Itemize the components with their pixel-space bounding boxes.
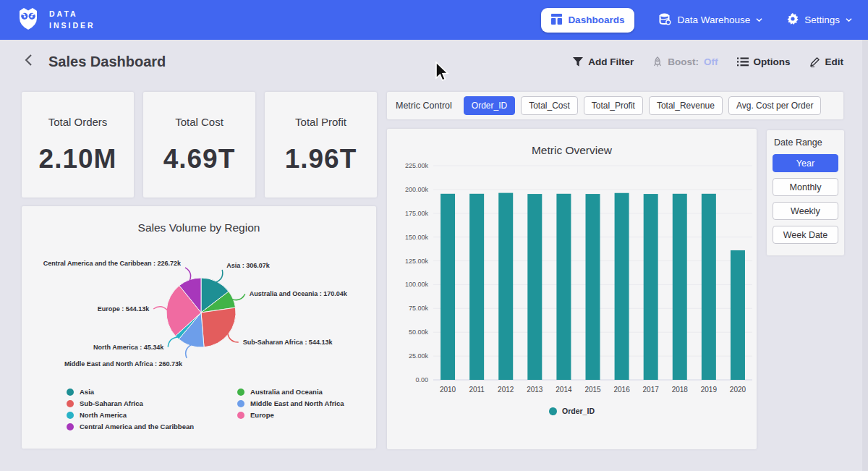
boost-toggle[interactable]: Boost: Off bbox=[652, 56, 718, 67]
y-tick-label: 225.00k bbox=[405, 162, 429, 169]
add-filter-button[interactable]: Add Filter bbox=[573, 56, 634, 67]
bar-2018[interactable] bbox=[673, 194, 687, 380]
pie-legend-item-north-america[interactable]: North America bbox=[67, 411, 194, 419]
back-button[interactable] bbox=[25, 54, 33, 69]
metric-chip-total-profit[interactable]: Total_Profit bbox=[584, 96, 643, 115]
y-tick-label: 100.00k bbox=[405, 281, 429, 288]
chevron-down-icon bbox=[756, 17, 762, 23]
date-range-weekly[interactable]: Weekly bbox=[773, 202, 838, 220]
legend-label-sub-saharan-africa: Sub-Saharan Africa bbox=[80, 399, 143, 407]
sales-volume-card: Sales Volume by Region Asia : 306.07kAus… bbox=[22, 206, 376, 449]
bar-2020[interactable] bbox=[731, 250, 745, 380]
pie-label-line bbox=[186, 345, 191, 358]
pie-label-sub-saharan-africa: Sub-Saharan Africa : 544.13k bbox=[243, 339, 333, 346]
legend-dot-europe bbox=[237, 412, 244, 419]
kpi-value: 4.69T bbox=[163, 144, 236, 174]
edit-button[interactable]: Edit bbox=[809, 56, 844, 67]
pie-chart-legend: AsiaSub-Saharan AfricaNorth AmericaCentr… bbox=[22, 388, 376, 430]
bar-2017[interactable] bbox=[644, 194, 658, 380]
kpi-value: 2.10M bbox=[39, 144, 117, 174]
x-tick-label: 2018 bbox=[672, 386, 689, 394]
pie-label-central-america-and-the-caribbean: Central America and the Caribbean : 226.… bbox=[43, 260, 182, 267]
legend-label-middle-east-and-north-africa: Middle East and North Africa bbox=[250, 399, 344, 407]
kpi-label: Total Cost bbox=[175, 116, 224, 128]
chevron-down-icon bbox=[846, 17, 852, 23]
pie-legend-item-central-america-and-the-caribbean[interactable]: Central America and the Caribbean bbox=[67, 423, 194, 430]
pie-legend-item-sub-saharan-africa[interactable]: Sub-Saharan Africa bbox=[67, 399, 194, 407]
y-tick-label: 0.00 bbox=[415, 376, 428, 383]
date-range-monthly[interactable]: Monthly bbox=[773, 178, 838, 196]
legend-label-australia-and-oceania: Australia and Oceania bbox=[250, 388, 323, 396]
y-tick-label: 75.00k bbox=[409, 305, 429, 312]
x-tick-label: 2014 bbox=[556, 386, 572, 394]
nav-data-warehouse[interactable]: Data Warehouse bbox=[659, 13, 762, 27]
pie-label-europe: Europe : 544.13k bbox=[98, 305, 150, 313]
bar-2012[interactable] bbox=[498, 193, 513, 380]
pie-label-line bbox=[232, 294, 245, 300]
pie-label-line bbox=[228, 334, 239, 342]
legend-dot-australia-and-oceania bbox=[237, 389, 244, 396]
legend-dot-asia bbox=[67, 389, 74, 396]
legend-dot-north-america bbox=[67, 412, 74, 419]
pie-label-line bbox=[153, 307, 167, 310]
kpi-label: Total Orders bbox=[48, 116, 108, 128]
y-tick-label: 175.00k bbox=[405, 210, 429, 217]
legend-dot-sub-saharan-africa bbox=[67, 400, 74, 407]
page-header: Sales Dashboard Add Filter Boost: Off Op… bbox=[0, 40, 868, 83]
owl-logo-icon bbox=[16, 6, 41, 35]
x-tick-label: 2016 bbox=[613, 386, 630, 394]
scrollbar-track[interactable] bbox=[862, 40, 868, 471]
list-icon bbox=[737, 57, 749, 67]
bar-chart-legend[interactable]: Order_ID bbox=[387, 407, 757, 415]
pie-legend-item-europe[interactable]: Europe bbox=[237, 411, 344, 419]
pie-legend-item-middle-east-and-north-africa[interactable]: Middle East and North Africa bbox=[237, 399, 344, 407]
nav-dashboards-button[interactable]: Dashboards bbox=[541, 8, 634, 33]
metric-overview-card: Metric Overview 0.0025.00k50.00k75.00k10… bbox=[387, 129, 757, 449]
metric-chips: Order_IDTotal_CostTotal_ProfitTotal_Reve… bbox=[464, 96, 822, 115]
x-tick-label: 2017 bbox=[643, 386, 660, 394]
y-tick-label: 125.00k bbox=[405, 258, 429, 265]
x-tick-label: 2010 bbox=[440, 386, 456, 394]
date-range-year[interactable]: Year bbox=[773, 154, 838, 172]
pie-label-asia: Asia : 306.07k bbox=[226, 262, 271, 269]
boost-status: Off bbox=[704, 56, 718, 67]
bar-2014[interactable] bbox=[556, 194, 571, 380]
bar-2016[interactable] bbox=[615, 193, 629, 380]
kpi-value: 1.96T bbox=[285, 144, 357, 174]
metric-control-bar: Metric Control Order_IDTotal_CostTotal_P… bbox=[387, 92, 843, 119]
pie-legend-item-australia-and-oceania[interactable]: Australia and Oceania bbox=[237, 388, 344, 396]
metric-chip-order-id[interactable]: Order_ID bbox=[464, 96, 515, 115]
kpi-card-total-cost: Total Cost4.69T bbox=[143, 92, 255, 198]
legend-dot-order-id bbox=[549, 407, 557, 415]
date-range-week-date[interactable]: Week Date bbox=[773, 226, 838, 244]
bar-2011[interactable] bbox=[469, 194, 484, 380]
nav-settings-label: Settings bbox=[804, 14, 840, 25]
pie-label-line bbox=[185, 268, 191, 281]
bar-2013[interactable] bbox=[527, 194, 542, 380]
bar-2015[interactable] bbox=[586, 194, 600, 380]
database-icon bbox=[659, 13, 671, 27]
date-range-label: Date Range bbox=[774, 137, 838, 148]
bar-chart-title: Metric Overview bbox=[387, 129, 757, 157]
x-tick-label: 2012 bbox=[498, 386, 514, 394]
kpi-card-total-orders: Total Orders2.10M bbox=[22, 92, 134, 198]
legend-label-central-america-and-the-caribbean: Central America and the Caribbean bbox=[80, 423, 194, 430]
brand[interactable]: DATA INSIDER bbox=[16, 6, 95, 35]
pie-label-australia-and-oceania: Australia and Oceania : 170.04k bbox=[250, 290, 348, 297]
metric-chip-avg-cost-per-order[interactable]: Avg. Cost per Order bbox=[728, 96, 822, 115]
brand-text: DATA INSIDER bbox=[49, 9, 95, 32]
metric-chip-total-revenue[interactable]: Total_Revenue bbox=[649, 96, 723, 115]
pie-chart-title: Sales Volume by Region bbox=[22, 206, 376, 234]
legend-label-asia: Asia bbox=[80, 388, 94, 396]
bar-2010[interactable] bbox=[441, 194, 455, 380]
metric-chip-total-cost[interactable]: Total_Cost bbox=[521, 96, 578, 115]
options-button[interactable]: Options bbox=[737, 56, 791, 67]
bar-2019[interactable] bbox=[702, 194, 716, 380]
pie-legend-item-asia[interactable]: Asia bbox=[67, 388, 194, 396]
nav-settings[interactable]: Settings bbox=[787, 13, 852, 27]
pie-slice-sub-saharan-africa[interactable] bbox=[201, 307, 236, 347]
y-tick-label: 50.00k bbox=[409, 328, 429, 336]
pie-label-line bbox=[168, 337, 177, 347]
x-tick-label: 2011 bbox=[469, 386, 485, 394]
pie-label-middle-east-and-north-africa: Middle East and North Africa : 260.73k bbox=[64, 360, 183, 368]
